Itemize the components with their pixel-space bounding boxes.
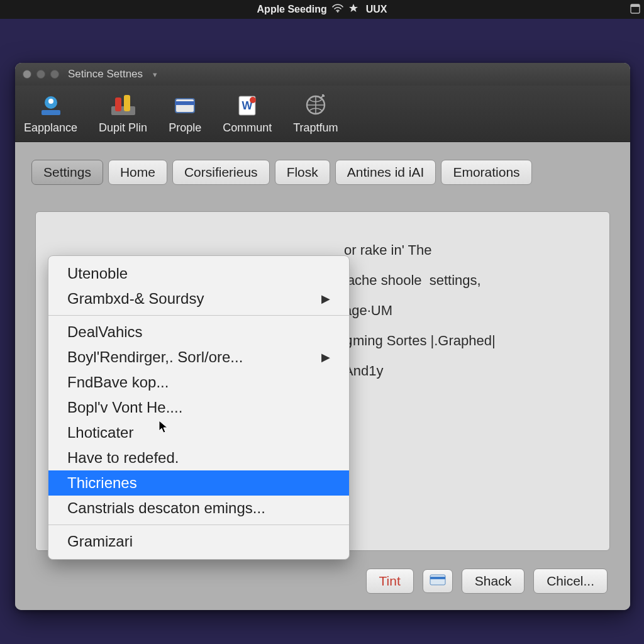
panel-text: And1y [344, 363, 591, 379]
menubar-badge: UUX [366, 4, 387, 15]
menu-label: Boyl'Rendirger,. Sorl/ore... [67, 348, 243, 366]
svg-rect-10 [175, 101, 194, 105]
card-icon [170, 92, 199, 118]
svg-rect-16 [430, 577, 445, 579]
window-traffic-lights[interactable] [23, 70, 59, 79]
chicel-button[interactable]: Chicel... [533, 569, 608, 594]
svg-point-0 [336, 11, 338, 12]
menu-label: Canstrials descaton emings... [67, 499, 265, 517]
menu-item-dealvahics[interactable]: DealVahics [48, 319, 349, 345]
tab-home[interactable]: Home [108, 160, 167, 185]
tab-flosk[interactable]: Flosk [275, 160, 330, 185]
wifi-icon [332, 4, 343, 15]
system-menubar: Apple Seeding UUX [0, 0, 644, 19]
menubar-right-icon [630, 3, 640, 16]
toolbar-item-traptfum[interactable]: Traptfum [289, 90, 341, 137]
menu-item-have-to-redefed[interactable]: Have to redefed. [48, 445, 349, 470]
close-icon[interactable] [23, 70, 31, 79]
word-icon: W [233, 92, 262, 118]
svg-rect-6 [111, 106, 135, 115]
zoom-icon[interactable] [50, 70, 59, 79]
panel-text: age·UM [344, 303, 591, 319]
window-titlebar[interactable]: Setince Settnes ▾ [15, 63, 630, 86]
bottles-icon [109, 92, 138, 118]
svg-rect-8 [124, 95, 130, 111]
svg-point-5 [48, 99, 53, 104]
settings-dropdown-menu[interactable]: Utenoble Grambxd-& Sourdsy ▶ DealVahics … [48, 255, 350, 560]
minimize-icon[interactable] [36, 70, 45, 79]
footer-buttons: Tint Shack Chicel... [366, 569, 608, 594]
menu-label: Grambxd-& Sourdsy [67, 290, 204, 308]
card-icon-button[interactable] [423, 569, 453, 593]
window-toolbar: Eapplance Dupit Plin Prople W Communt Tr… [15, 86, 630, 142]
menu-separator [48, 525, 349, 525]
globe-icon [301, 92, 330, 118]
menu-item-boplv-vont[interactable]: Bopl'v Vont He.... [48, 395, 349, 420]
menu-item-grambxd[interactable]: Grambxd-& Sourdsy ▶ [48, 286, 349, 311]
submenu-arrow-icon: ▶ [321, 292, 330, 306]
menu-label: Thicrienes [67, 474, 137, 492]
tab-emorations[interactable]: Emorations [441, 160, 531, 185]
menu-item-fndbave[interactable]: FndBave kop... [48, 370, 349, 395]
toolbar-item-prople[interactable]: Prople [165, 90, 205, 137]
panel-text: or rake in' The [344, 242, 591, 258]
chevron-down-icon[interactable]: ▾ [153, 70, 157, 79]
menu-item-gramizari[interactable]: Gramizari [48, 529, 349, 554]
window-title: Setince Settnes [68, 68, 143, 80]
svg-rect-15 [430, 575, 445, 585]
svg-rect-9 [175, 99, 194, 113]
menu-label: DealVahics [67, 323, 143, 341]
tab-settings[interactable]: Settings [31, 160, 103, 185]
menu-separator [48, 315, 349, 316]
menu-item-thicrienes[interactable]: Thicrienes [48, 470, 349, 496]
settings-window: Setince Settnes ▾ Eapplance Dupit Plin P… [15, 63, 630, 610]
card-small-icon [430, 574, 446, 586]
toolbar-label: Communt [223, 121, 272, 135]
svg-rect-2 [631, 4, 640, 7]
svg-rect-7 [115, 97, 121, 111]
menu-item-boyl-rendirger[interactable]: Boyl'Rendirger,. Sorl/ore... ▶ [48, 345, 349, 370]
toolbar-item-dupit-plin[interactable]: Dupit Plin [95, 90, 151, 137]
menu-label: Lhoticater [67, 424, 133, 441]
panel-text: ɡming Sortes |.Graphed| [344, 333, 591, 349]
menu-label: Utenoble [67, 265, 128, 282]
panel-text: lache shoole settings, [344, 272, 591, 289]
menu-label: FndBave kop... [67, 374, 169, 391]
menu-item-lhoticater[interactable]: Lhoticater [48, 420, 349, 445]
menu-label: Have to redefed. [67, 449, 179, 467]
tab-corsifierieus[interactable]: Corsifierieus [172, 160, 270, 185]
toolbar-label: Dupit Plin [99, 121, 147, 135]
menu-item-canstrials[interactable]: Canstrials descaton emings... [48, 496, 349, 521]
tab-bar: Settings Home Corsifierieus Flosk Antine… [31, 160, 614, 185]
menu-label: Gramizari [67, 533, 133, 550]
menubar-title: Apple Seeding [257, 4, 327, 15]
appliance-icon [36, 92, 65, 118]
tab-antines[interactable]: Antines id iAI [335, 160, 436, 185]
toolbar-item-eapplance[interactable]: Eapplance [20, 90, 81, 137]
toolbar-label: Traptfum [293, 121, 338, 135]
svg-rect-3 [42, 110, 60, 115]
submenu-arrow-icon: ▶ [321, 350, 330, 364]
menu-label: Bopl'v Vont He.... [67, 399, 182, 416]
toolbar-label: Eapplance [24, 121, 77, 135]
toolbar-label: Prople [169, 121, 201, 135]
svg-point-13 [250, 97, 256, 103]
toolbar-item-communt[interactable]: W Communt [219, 90, 275, 137]
shack-button[interactable]: Shack [462, 569, 525, 594]
tint-button[interactable]: Tint [366, 569, 414, 594]
star-icon [348, 3, 358, 16]
menu-item-utenoble[interactable]: Utenoble [48, 261, 349, 286]
